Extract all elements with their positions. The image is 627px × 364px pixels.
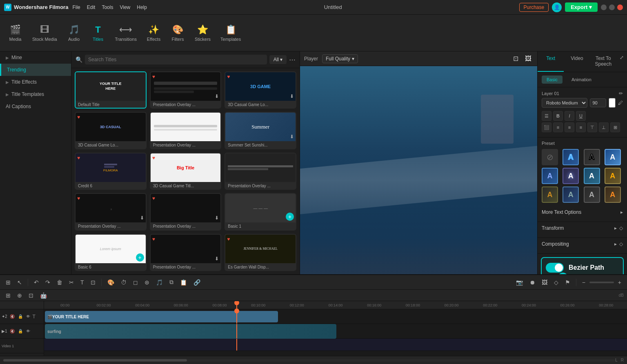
preset-a-grad-blue[interactable]: A	[605, 149, 621, 165]
tool-transitions[interactable]: ⟷ Transitions	[111, 22, 141, 44]
track-lock-title[interactable]: 🔒	[17, 313, 24, 320]
tl-delete[interactable]: 🗑	[54, 277, 65, 287]
sidebar-item-trending[interactable]: Trending	[0, 64, 71, 76]
video-clip[interactable]: surfing	[45, 324, 336, 339]
export-button[interactable]: Export ▾	[565, 2, 598, 12]
menu-file[interactable]: File	[72, 4, 80, 10]
user-avatar[interactable]: 👤	[552, 2, 562, 12]
search-input[interactable]	[85, 55, 267, 64]
tl-link[interactable]: 🔗	[191, 277, 203, 287]
tl-scene-detect[interactable]: ⊞	[3, 277, 13, 287]
sidebar-item-title-effects[interactable]: ▶ Title Effects	[0, 76, 71, 88]
track-mute-video[interactable]: 🔇	[9, 328, 16, 334]
playhead[interactable]	[236, 301, 237, 309]
edit-icon[interactable]: ✏	[619, 91, 623, 96]
preset-a-gold[interactable]: A	[605, 168, 621, 184]
minimize-button[interactable]	[601, 4, 607, 10]
track-eye-video[interactable]: 👁	[25, 328, 31, 334]
title-card-basic1[interactable]: + — — — Basic 1	[225, 193, 296, 230]
align-top-btn[interactable]: ⊤	[587, 122, 597, 132]
zoom-in-btn[interactable]: +	[616, 277, 624, 287]
title-card-default[interactable]: YOUR TITLEHERE Default Title	[75, 71, 147, 109]
tool-stock-media[interactable]: 🎞 Stock Media	[28, 22, 61, 44]
preset-a-orange[interactable]: A	[605, 186, 621, 203]
more-options-icon[interactable]: ⋯	[289, 56, 296, 64]
tl-record[interactable]: ⏺	[527, 277, 538, 287]
track-mute-title[interactable]: 🔇	[9, 313, 16, 320]
tl-audio-adj[interactable]: 🎵	[153, 277, 165, 287]
tab-text[interactable]: Text	[538, 51, 564, 72]
track-lock-video[interactable]: 🔒	[17, 328, 24, 334]
align-left-btn[interactable]: ⬛	[542, 122, 551, 132]
compositing-keyframe[interactable]: ◇	[619, 241, 623, 247]
tool-filters[interactable]: 🎨 Filters	[167, 22, 189, 44]
tl-snap[interactable]: ⊡	[26, 291, 36, 300]
tl-copy[interactable]: ⧉	[167, 277, 176, 287]
tool-titles[interactable]: T Titles	[87, 22, 109, 44]
font-select[interactable]: Roboto Medium	[542, 98, 587, 108]
tool-templates[interactable]: 📋 Templates	[216, 22, 245, 44]
all-filter-button[interactable]: All ▾	[269, 55, 287, 64]
align-justify-btn[interactable]: ≡	[576, 122, 586, 132]
tl-keyframe[interactable]: ◇	[551, 277, 561, 287]
tl-text[interactable]: T	[78, 277, 87, 287]
add-icon-basic1[interactable]: +	[286, 213, 294, 221]
tl-transform[interactable]: ◻	[131, 277, 140, 287]
title-card-credit6[interactable]: ♥ FILMORA Credit 6	[75, 153, 147, 190]
tl-marker[interactable]: ⚑	[563, 277, 573, 287]
transform-keyframe[interactable]: ◇	[619, 225, 623, 231]
format-underline-btn[interactable]: U	[576, 111, 586, 121]
format-align-left-btn[interactable]: ☰	[542, 111, 551, 121]
track-eye-title[interactable]: 👁	[25, 313, 31, 320]
title-card-pres4[interactable]: ♥ ⬇ Presentation Overlay ...	[75, 193, 147, 230]
purchase-button[interactable]: Purchase	[519, 3, 549, 12]
preset-a-gray[interactable]: A	[584, 186, 600, 203]
preset-a-teal[interactable]: A	[584, 168, 600, 184]
tl-add-audio[interactable]: ⊕	[15, 291, 24, 300]
tl-select[interactable]: ↖	[15, 277, 24, 287]
title-card-pres2[interactable]: Presentation Overlay ...	[150, 112, 222, 149]
bezier-toggle[interactable]	[546, 263, 564, 273]
expand-panel-button[interactable]: ⤢	[616, 51, 627, 72]
tool-stickers[interactable]: ⭐ Stickers	[191, 22, 215, 44]
tool-media[interactable]: 🎬 Media	[4, 22, 27, 44]
title-card-3d2[interactable]: ♥ 3D CASUAL 3D Casual Game Lo...	[75, 112, 147, 149]
align-middle-btn[interactable]: ⊥	[599, 122, 609, 132]
title-card-wedding[interactable]: ♥ JENNIFER & MICHAEL Es Garden Wall Disp…	[225, 234, 296, 271]
quality-select[interactable]: Full Quality ▾	[322, 54, 358, 63]
zoom-out-btn[interactable]: −	[580, 277, 588, 287]
maximize-button[interactable]	[609, 4, 615, 10]
title-card-3dtitle[interactable]: ♥ Big Title 3D Casual Game Titl...	[150, 153, 222, 190]
title-card-presentation1[interactable]: ♥ ⬇ Presentation Overlay ...	[150, 71, 222, 109]
format-italic-btn[interactable]: I	[565, 111, 574, 121]
compositing-expand[interactable]: ▸	[614, 241, 617, 247]
timeline-scrollbar[interactable]	[3, 359, 615, 362]
tl-add-media[interactable]: ⊞	[3, 291, 13, 300]
title-card-pres6[interactable]: ♥ ⬇ Presentation Overlay ...	[150, 234, 222, 271]
menu-tools[interactable]: Tools	[102, 4, 113, 10]
add-icon-basic6[interactable]: +	[136, 253, 144, 262]
format-bold-btn[interactable]: B	[553, 111, 563, 121]
title-card-3d1[interactable]: ♥ 3D GAME ⬇ 3D Casual Game Lo...	[225, 71, 296, 109]
menu-edit[interactable]: Edit	[87, 4, 96, 10]
tl-stabilize[interactable]: ⊛	[142, 277, 152, 287]
transform-expand[interactable]: ▸	[614, 225, 617, 231]
align-bottom-btn[interactable]: ⊞	[610, 122, 620, 132]
menu-help[interactable]: Help	[137, 4, 147, 10]
title-card-summer[interactable]: Summer ⬇ Summer Set Sunshi...	[225, 112, 296, 149]
tl-speed[interactable]: ⏱	[118, 277, 129, 287]
sidebar-item-ai-captions[interactable]: AI Captions	[0, 100, 71, 113]
color-picker-icon[interactable]: 🖊	[618, 100, 623, 106]
more-text-expand[interactable]: ▸	[620, 209, 623, 215]
preset-a-blue[interactable]: A	[563, 149, 579, 165]
tl-paste[interactable]: 📋	[178, 277, 189, 287]
fullscreen-button[interactable]: ⊡	[511, 53, 520, 64]
tl-crop[interactable]: ⊡	[88, 277, 98, 287]
close-button[interactable]	[617, 4, 623, 10]
sidebar-item-title-templates[interactable]: ▶ Title Templates	[0, 88, 71, 100]
tl-pip[interactable]: 🖼	[539, 277, 550, 287]
settings-preview-button[interactable]: 🖼	[523, 53, 533, 64]
sidebar-item-mine[interactable]: ▶ Mine	[0, 51, 71, 64]
title-card-basic6[interactable]: Lorem ipsum + Basic 6	[75, 234, 147, 271]
title-card-pres5[interactable]: ♥ ⬇ Presentation Overlay ...	[150, 193, 222, 230]
